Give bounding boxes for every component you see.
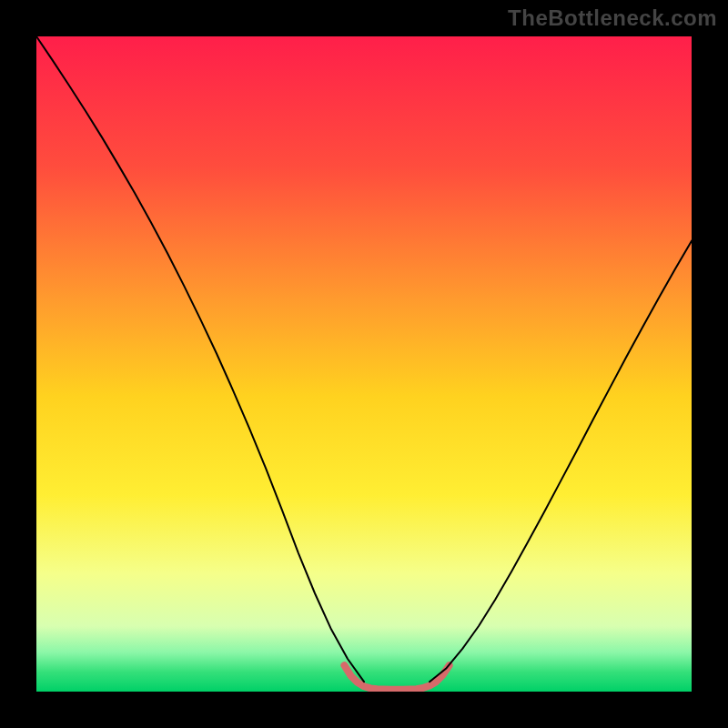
- plot-area: [36, 36, 692, 692]
- watermark-text: TheBottleneck.com: [508, 5, 717, 31]
- chart-frame: TheBottleneck.com: [0, 0, 728, 728]
- chart-background: [36, 36, 692, 692]
- chart-svg: [36, 36, 692, 692]
